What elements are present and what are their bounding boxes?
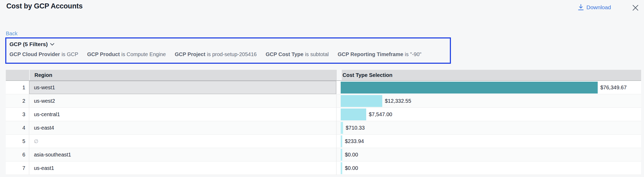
filter-item: GCP Cloud Provideris GCP — [9, 51, 78, 57]
table-row[interactable]: 1us-west1$76,349.67 — [6, 81, 641, 94]
row-index: 1 — [6, 81, 29, 94]
region-cell[interactable]: us-east1 — [29, 161, 336, 175]
filter-list: GCP Cloud Provideris GCPGCP Productis Co… — [9, 51, 450, 57]
cost-bar[interactable] — [341, 95, 382, 107]
filter-item: GCP Projectis prod-setup-205416 — [175, 51, 256, 57]
cost-value: $0.00 — [345, 165, 358, 171]
filter-field: GCP Cost Type — [266, 51, 304, 57]
filter-panel: GCP (5 Filters) GCP Cloud Provideris GCP… — [5, 37, 451, 64]
filter-field: GCP Project — [175, 51, 205, 57]
cost-cell: $76,349.67 — [336, 81, 641, 94]
cost-bar[interactable] — [341, 162, 342, 174]
cost-value: $710.33 — [346, 125, 365, 131]
region-cell[interactable]: us-east4 — [29, 121, 336, 134]
table-body: 1us-west1$76,349.672us-west2$12,332.553u… — [6, 81, 641, 175]
cost-cell: $0.00 — [336, 161, 641, 175]
row-index: 7 — [6, 161, 29, 175]
cost-cell: $7,547.00 — [336, 108, 641, 121]
row-index: 2 — [6, 94, 29, 107]
filter-condition: is subtotal — [305, 51, 329, 57]
cost-report-modal: Cost by GCP Accounts Download Back GCP (… — [0, 0, 644, 177]
filter-condition: is GCP — [62, 51, 78, 57]
row-index: 5 — [6, 135, 29, 148]
filter-item: GCP Reporting Timeframeis "-90" — [338, 51, 421, 57]
column-header-region[interactable]: Region — [30, 70, 337, 80]
cost-bar[interactable] — [341, 109, 366, 120]
region-cell[interactable]: us-west2 — [29, 94, 336, 107]
filter-summary-label: GCP (5 Filters) — [9, 41, 48, 47]
table-row[interactable]: 6asia-southeast1$0.00 — [6, 148, 641, 161]
cost-table: Region Cost Type Selection 1us-west1$76,… — [6, 70, 641, 175]
download-button[interactable]: Download — [578, 4, 611, 11]
back-link[interactable]: Back — [6, 31, 17, 37]
row-index: 6 — [6, 148, 29, 161]
filter-item: GCP Cost Typeis subtotal — [266, 51, 329, 57]
table-header-row: Region Cost Type Selection — [6, 70, 641, 81]
row-index: 4 — [6, 121, 29, 134]
filter-item: GCP Productis Compute Engine — [87, 51, 166, 57]
cost-cell: $233.94 — [336, 135, 641, 148]
download-icon — [578, 4, 584, 11]
cost-bar[interactable] — [341, 149, 342, 161]
cost-bar[interactable] — [341, 122, 343, 134]
cost-value: $7,547.00 — [369, 111, 392, 117]
table-row[interactable]: 3us-central1$7,547.00 — [6, 108, 641, 121]
filter-field: GCP Cloud Provider — [9, 51, 60, 57]
region-cell[interactable]: us-central1 — [29, 108, 336, 121]
table-row[interactable]: 4us-east4$710.33 — [6, 121, 641, 135]
table-row[interactable]: 5∅$233.94 — [6, 135, 641, 148]
cost-cell: $710.33 — [336, 121, 641, 134]
cost-value: $0.00 — [345, 152, 358, 158]
filter-condition: is prod-setup-205416 — [207, 51, 257, 57]
cost-cell: $0.00 — [336, 148, 641, 161]
filter-field: GCP Product — [87, 51, 120, 57]
column-header-index[interactable] — [6, 70, 29, 80]
filter-summary-toggle[interactable]: GCP (5 Filters) — [9, 41, 54, 47]
region-cell[interactable]: us-west1 — [29, 81, 336, 94]
page-title: Cost by GCP Accounts — [6, 2, 83, 10]
filter-field: GCP Reporting Timeframe — [338, 51, 403, 57]
filter-condition: is "-90" — [405, 51, 421, 57]
column-header-cost[interactable]: Cost Type Selection — [342, 70, 641, 80]
table-row[interactable]: 7us-east1$0.00 — [6, 161, 641, 175]
region-cell[interactable]: ∅ — [29, 135, 336, 148]
cost-bar[interactable] — [341, 135, 342, 147]
cost-value: $12,332.55 — [385, 98, 411, 104]
download-label: Download — [586, 4, 611, 11]
close-icon[interactable] — [632, 4, 639, 11]
region-cell[interactable]: asia-southeast1 — [29, 148, 336, 161]
cost-bar[interactable] — [341, 82, 598, 94]
filter-condition: is Compute Engine — [121, 51, 166, 57]
cost-value: $76,349.67 — [600, 85, 627, 91]
table-row[interactable]: 2us-west2$12,332.55 — [6, 94, 641, 108]
chevron-down-icon — [50, 43, 54, 46]
cost-value: $233.94 — [345, 138, 364, 144]
cost-cell: $12,332.55 — [336, 94, 641, 107]
row-index: 3 — [6, 108, 29, 121]
